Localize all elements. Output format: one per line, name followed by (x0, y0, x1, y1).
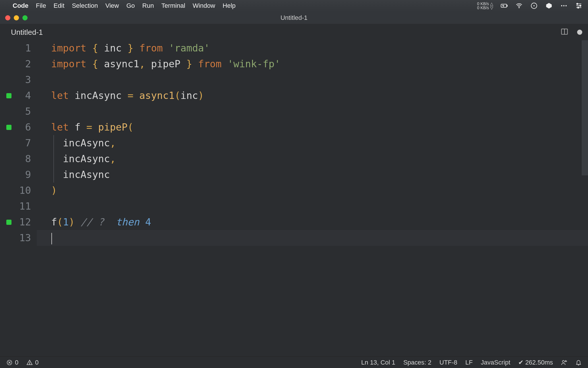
menu-run[interactable]: Run (142, 2, 154, 9)
code-line[interactable]: 4let incAsync = async1(inc) (0, 88, 588, 103)
gutter-coverage-marker (6, 125, 11, 130)
text-cursor (51, 233, 52, 244)
code-line[interactable]: 7 incAsync, (0, 135, 588, 151)
indent-guide (53, 167, 54, 183)
battery-icon[interactable] (500, 2, 508, 10)
gutter-coverage-marker (6, 220, 11, 225)
code-line[interactable]: 11 (0, 198, 588, 214)
code-text[interactable] (37, 230, 588, 246)
line-number[interactable]: 1 (0, 40, 37, 56)
svg-point-20 (29, 363, 30, 364)
code-line[interactable]: 10) (0, 183, 588, 198)
code-text[interactable]: let incAsync = async1(inc) (37, 88, 204, 103)
tab-modified-indicator[interactable] (577, 30, 582, 35)
gutter-coverage-marker (6, 93, 11, 98)
svg-point-13 (578, 7, 579, 8)
control-center-icon[interactable] (575, 2, 583, 10)
menu-selection[interactable]: Selection (72, 2, 98, 9)
line-number[interactable]: 5 (0, 103, 37, 119)
line-number[interactable]: 12 (0, 214, 37, 230)
status-indent[interactable]: Spaces: 2 (403, 359, 432, 366)
status-language[interactable]: JavaScript (481, 359, 510, 366)
code-text[interactable]: incAsync, (37, 135, 116, 151)
line-number[interactable]: 13 (0, 230, 37, 246)
line-number[interactable]: 10 (0, 183, 37, 198)
code-line[interactable]: 2import { async1, pipeP } from 'wink-fp' (0, 56, 588, 72)
code-text[interactable]: ) (37, 183, 57, 198)
window-title: Untitled-1 (0, 14, 588, 22)
status-encoding[interactable]: UTF-8 (440, 359, 457, 366)
code-editor[interactable]: 1import { inc } from 'ramda'2import { as… (0, 40, 588, 356)
status-notifications-icon[interactable] (575, 359, 582, 366)
svg-point-21 (562, 360, 564, 362)
line-number[interactable]: 9 (0, 167, 37, 183)
line-number[interactable]: 7 (0, 135, 37, 151)
code-line[interactable]: 13 (0, 230, 588, 246)
menubar-extra-icon[interactable] (545, 2, 553, 10)
code-text[interactable]: import { inc } from 'ramda' (37, 40, 210, 56)
code-line[interactable]: 1import { inc } from 'ramda' (0, 40, 588, 56)
code-line[interactable]: 8 incAsync, (0, 151, 588, 167)
status-bar: 0 0 Ln 13, Col 1 Spaces: 2 UTF-8 LF Java… (0, 356, 588, 368)
editor-tab[interactable]: Untitled-1 (8, 24, 49, 40)
code-text[interactable]: import { async1, pipeP } from 'wink-fp' (37, 56, 280, 72)
svg-rect-1 (507, 5, 507, 6)
status-eol[interactable]: LF (465, 359, 473, 366)
svg-point-12 (580, 5, 581, 6)
code-text[interactable]: incAsync, (37, 151, 116, 167)
code-line[interactable]: 3 (0, 72, 588, 88)
line-number[interactable]: 6 (0, 119, 37, 135)
menu-go[interactable]: Go (126, 2, 135, 9)
code-text[interactable]: incAsync (37, 167, 110, 183)
menu-edit[interactable]: Edit (53, 2, 64, 9)
editor-tab-label: Untitled-1 (11, 28, 43, 37)
svg-point-4 (534, 5, 534, 6)
line-number[interactable]: 2 (0, 56, 37, 72)
menu-help[interactable]: Help (223, 2, 235, 9)
code-line[interactable]: 12f(1) // ? then 4 (0, 214, 588, 230)
editor-tab-bar: Untitled-1 (0, 24, 588, 40)
status-live-share-icon[interactable] (561, 359, 567, 366)
indent-guide (53, 151, 54, 167)
split-editor-icon[interactable] (560, 28, 568, 37)
code-line[interactable]: 5 (0, 103, 588, 119)
mac-menu-bar: Code File Edit Selection View Go Run Ter… (0, 0, 588, 12)
line-number[interactable]: 8 (0, 151, 37, 167)
status-quokka-timing[interactable]: ✔ 262.50ms (518, 359, 553, 366)
line-number[interactable]: 3 (0, 72, 37, 88)
status-warnings[interactable]: 0 (26, 359, 38, 366)
wifi-icon[interactable] (515, 2, 523, 10)
code-line[interactable]: 9 incAsync (0, 167, 588, 183)
app-name[interactable]: Code (13, 2, 28, 9)
menu-terminal[interactable]: Terminal (161, 2, 185, 9)
code-text[interactable]: let f = pipeP( (37, 119, 134, 135)
svg-point-6 (563, 5, 564, 6)
svg-point-2 (519, 7, 519, 8)
minimap-scrollbar[interactable] (582, 40, 588, 175)
indent-guide (53, 135, 54, 151)
code-text[interactable]: f(1) // ? then 4 (37, 214, 151, 230)
network-speed-widget[interactable]: 0 KB/s △ 0 KB/s ▽ (477, 2, 493, 10)
spotlight-icon[interactable] (530, 2, 538, 10)
overflow-icon[interactable] (560, 2, 568, 10)
svg-point-22 (565, 361, 566, 362)
line-number[interactable]: 4 (0, 88, 37, 103)
svg-point-5 (561, 5, 562, 6)
status-errors[interactable]: 0 (6, 359, 18, 366)
status-cursor-position[interactable]: Ln 13, Col 1 (361, 359, 395, 366)
menu-window[interactable]: Window (193, 2, 215, 9)
code-line[interactable]: 6let f = pipeP( (0, 119, 588, 135)
line-number[interactable]: 11 (0, 198, 37, 214)
svg-point-11 (577, 3, 578, 4)
menu-file[interactable]: File (36, 2, 46, 9)
menu-view[interactable]: View (105, 2, 119, 9)
window-titlebar: Untitled-1 (0, 12, 588, 24)
svg-point-7 (565, 5, 566, 6)
